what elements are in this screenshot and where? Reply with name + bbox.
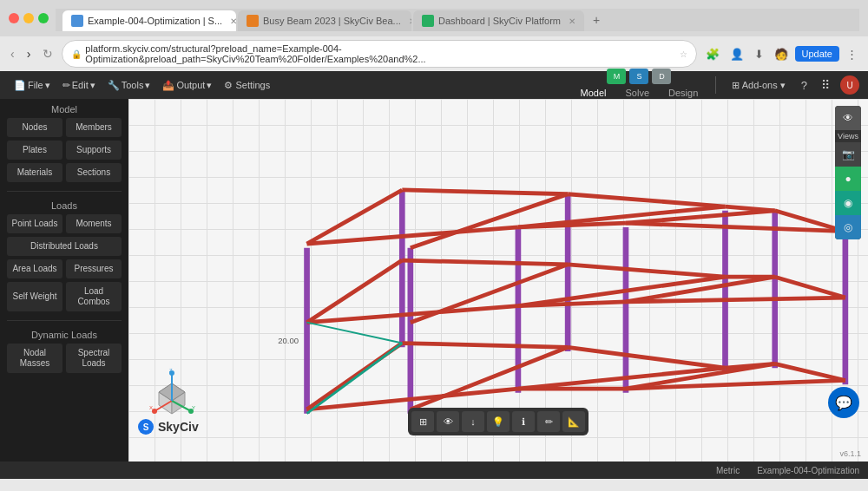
model-icon-green[interactable]: M	[607, 69, 626, 84]
sidebar-loads-grid: Point Loads Moments Distributed Loads Ar…	[0, 214, 128, 317]
viewport-info-btn[interactable]: ℹ	[512, 411, 535, 432]
svg-text:20.00: 20.00	[278, 336, 299, 345]
sidebar-nodes-btn[interactable]: Nodes	[7, 118, 62, 137]
download-icon[interactable]: ⬇	[751, 46, 767, 62]
tools-menu-btn[interactable]: 🔧 Tools ▾	[102, 78, 156, 93]
new-tab-btn[interactable]: +	[586, 9, 607, 31]
version-badge: v6.1.1	[839, 449, 861, 458]
viewport-toolbar: ⊞ 👁 ↓ 💡 ℹ ✏ 📐	[408, 408, 589, 435]
output-icon: 📤	[162, 80, 174, 91]
views-label: Views	[835, 130, 861, 142]
inactive-tab-2[interactable]: Dashboard | SkyCiv Platform ✕	[413, 10, 584, 31]
sidebar-load-combos-btn[interactable]: Load Combos	[66, 282, 122, 311]
toolbar-right-group: M S D Model Solve Design ⊞ Add-ons ▾	[574, 69, 859, 101]
sidebar-pressures-btn[interactable]: Pressures	[66, 259, 122, 278]
sidebar-self-weight-btn[interactable]: Self Weight	[7, 282, 62, 311]
main-area: Model Nodes Members Plates Supports Mate…	[0, 99, 868, 462]
svg-line-35	[568, 194, 725, 206]
profile-icon[interactable]: 👤	[727, 46, 747, 62]
chat-btn[interactable]: 💬	[828, 387, 859, 418]
tab-label-2: Busy Beam 2023 | SkyCiv Bea...	[263, 16, 401, 26]
project-name-label: Example-004-Optimization	[757, 466, 859, 475]
extensions-icon[interactable]: 🧩	[702, 46, 723, 62]
toolbar-left-group: 📄 File ▾ ✏ Edit ▾ 🔧 Tools ▾ 📤 Output ▾ ⚙	[9, 78, 275, 93]
update-button[interactable]: Update	[795, 46, 839, 62]
tab-close-btn-3[interactable]: ✕	[569, 16, 575, 26]
svg-line-19	[775, 363, 845, 380]
sidebar-dynamic-loads-title: Dynamic Loads	[0, 324, 128, 344]
viewport[interactable]: 20.00 👁 Views 📷 ● ◉ ◎ ⊞ 👁 ↓ 💡 ℹ	[128, 99, 868, 462]
sidebar-materials-btn[interactable]: Materials	[7, 163, 62, 182]
model-tabs: M S D Model Solve Design	[574, 69, 706, 101]
sidebar-area-loads-btn[interactable]: Area Loads	[7, 259, 62, 278]
tools-icon: 🔧	[108, 80, 120, 91]
file-chevron: ▾	[45, 80, 50, 91]
model-icon-gray[interactable]: D	[652, 69, 671, 84]
minimize-window-btn[interactable]	[23, 13, 34, 23]
svg-text:Y: Y	[192, 405, 195, 410]
svg-line-24	[568, 265, 725, 277]
sidebar-distributed-loads-btn[interactable]: Distributed Loads	[7, 237, 122, 256]
sidebar-moments-btn[interactable]: Moments	[66, 214, 122, 233]
metric-label: Metric	[716, 466, 740, 475]
camera-btn[interactable]: 📷	[835, 142, 861, 167]
address-text: platform.skyciv.com/structural?preload_n…	[85, 43, 675, 64]
skyciv-logo: S SkyCiv	[137, 418, 199, 435]
menu-icon[interactable]: ⋮	[843, 46, 861, 62]
sidebar-model-title: Model	[0, 99, 128, 118]
lock-icon: 🔒	[71, 49, 82, 59]
edit-icon: ✏	[62, 80, 70, 91]
traffic-lights	[9, 13, 49, 23]
viewport-eye-btn[interactable]: 👁	[437, 411, 459, 432]
edit-menu-btn[interactable]: ✏ Edit ▾	[57, 78, 101, 93]
forward-btn[interactable]: ›	[23, 45, 35, 62]
viewport-light-btn[interactable]: 💡	[487, 411, 510, 432]
tab-close-btn-2[interactable]: ✕	[409, 16, 411, 26]
sidebar-point-loads-btn[interactable]: Point Loads	[7, 214, 62, 233]
viewport-down-btn[interactable]: ↓	[462, 411, 484, 432]
sidebar-supports-btn[interactable]: Supports	[66, 141, 122, 160]
bookmark-icon[interactable]: ☆	[680, 49, 687, 59]
divider-2	[7, 320, 122, 321]
file-menu-btn[interactable]: 📄 File ▾	[9, 78, 56, 93]
file-icon: 📄	[14, 80, 26, 91]
refresh-btn[interactable]: ↻	[39, 45, 56, 62]
svg-line-31	[307, 227, 518, 244]
sidebar-plates-btn[interactable]: Plates	[7, 141, 62, 160]
render-teal-btn[interactable]: ◉	[835, 191, 861, 215]
svg-line-34	[402, 190, 568, 194]
render-green-btn[interactable]: ●	[835, 167, 861, 191]
active-tab[interactable]: Example-004-Optimization | S... ✕	[62, 10, 236, 31]
render-blue-btn[interactable]: ◎	[835, 215, 861, 239]
grid-icon: ⊞	[732, 80, 740, 90]
inactive-tab-1[interactable]: Busy Beam 2023 | SkyCiv Bea... ✕	[238, 10, 411, 31]
maximize-window-btn[interactable]	[38, 13, 49, 23]
sidebar-sections-btn[interactable]: Sections	[66, 163, 122, 182]
viewport-measure-btn[interactable]: 📐	[562, 411, 585, 432]
settings-btn[interactable]: ⚙ Settings	[219, 78, 275, 93]
tools-chevron: ▾	[145, 80, 150, 91]
back-btn[interactable]: ‹	[7, 45, 18, 62]
user-avatar-icon[interactable]: U	[840, 75, 859, 95]
close-window-btn[interactable]	[9, 13, 19, 23]
sidebar-spectral-loads-btn[interactable]: SpectralLoads	[66, 344, 122, 373]
tab-favicon-2	[247, 15, 259, 27]
perspective-view-btn[interactable]: 👁	[835, 106, 861, 130]
viewport-edit-btn[interactable]: ✏	[537, 411, 560, 432]
output-chevron: ▾	[207, 80, 212, 91]
view-panel: 👁 Views 📷 ● ◉ ◎	[835, 106, 861, 239]
viewport-grid-btn[interactable]: ⊞	[411, 411, 434, 432]
compass-cube[interactable]: X Y Z	[146, 366, 198, 418]
address-bar[interactable]: 🔒 platform.skyciv.com/structural?preload…	[62, 40, 696, 68]
right-panel: 👁 Views 📷 ● ◉ ◎	[835, 106, 861, 239]
tab-close-btn[interactable]: ✕	[230, 16, 236, 26]
model-icon-blue[interactable]: S	[629, 69, 648, 84]
sidebar-nodal-masses-btn[interactable]: NodalMasses	[7, 344, 62, 373]
apps-btn[interactable]: ⠿	[818, 76, 833, 94]
app-container: 📄 File ▾ ✏ Edit ▾ 🔧 Tools ▾ 📤 Output ▾ ⚙	[0, 71, 868, 479]
user-avatar[interactable]: 🧑	[771, 46, 792, 62]
sidebar-members-btn[interactable]: Members	[66, 118, 122, 137]
output-menu-btn[interactable]: 📤 Output ▾	[157, 78, 217, 93]
addons-btn[interactable]: ⊞ Add-ons ▾	[727, 78, 791, 93]
help-btn[interactable]: ?	[798, 77, 811, 94]
